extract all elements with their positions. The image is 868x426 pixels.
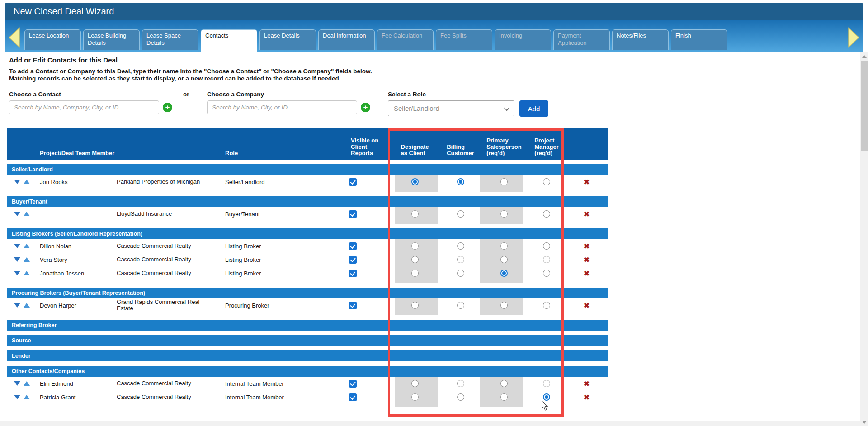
move-up-icon[interactable] bbox=[24, 303, 30, 308]
visible-checkbox[interactable] bbox=[349, 302, 357, 309]
move-down-icon[interactable] bbox=[14, 180, 20, 184]
tab-lease-location[interactable]: Lease Location bbox=[24, 29, 81, 50]
billing-radio[interactable] bbox=[457, 256, 464, 263]
move-down-icon[interactable] bbox=[14, 271, 20, 275]
tab-lease-space-details[interactable]: Lease Space Details bbox=[142, 29, 198, 50]
visible-checkbox[interactable] bbox=[349, 380, 357, 388]
designate-radio[interactable] bbox=[411, 270, 419, 277]
tab-notes-files[interactable]: Notes/Files bbox=[612, 29, 669, 50]
primary-radio[interactable] bbox=[500, 242, 508, 250]
tab-lease-building-details[interactable]: Lease Building Details bbox=[83, 29, 140, 50]
move-up-icon[interactable] bbox=[24, 381, 30, 386]
move-up-icon[interactable] bbox=[24, 180, 30, 184]
billing-radio[interactable] bbox=[457, 242, 464, 250]
delete-row-icon[interactable]: ✖ bbox=[584, 393, 590, 401]
manager-radio[interactable] bbox=[543, 210, 550, 218]
move-down-icon[interactable] bbox=[14, 395, 20, 399]
move-up-icon[interactable] bbox=[24, 395, 30, 399]
primary-radio[interactable] bbox=[500, 393, 508, 401]
primary-radio[interactable] bbox=[500, 302, 508, 309]
member-company: Cascade Commercial Realty bbox=[117, 270, 211, 276]
primary-radio[interactable] bbox=[500, 256, 508, 263]
manager-radio[interactable] bbox=[543, 380, 550, 387]
visible-checkbox[interactable] bbox=[349, 393, 357, 401]
contacts-table-body: Seller/Landlord Jon Rooks Parkland Prope… bbox=[7, 164, 608, 407]
tabs-next-arrow-icon[interactable] bbox=[848, 27, 860, 48]
add-contact-plus-icon[interactable]: + bbox=[163, 103, 172, 112]
visible-checkbox[interactable] bbox=[349, 210, 357, 218]
delete-row-icon[interactable]: ✖ bbox=[584, 242, 590, 250]
manager-radio[interactable] bbox=[543, 242, 550, 250]
manager-radio[interactable] bbox=[543, 256, 550, 263]
add-button[interactable]: Add bbox=[519, 100, 548, 117]
tabs-previous-arrow-icon[interactable] bbox=[8, 27, 20, 48]
delete-row-icon[interactable]: ✖ bbox=[584, 270, 590, 277]
move-down-icon[interactable] bbox=[14, 244, 20, 248]
billing-radio[interactable] bbox=[457, 270, 464, 277]
visible-checkbox[interactable] bbox=[349, 256, 357, 264]
move-up-icon[interactable] bbox=[24, 244, 30, 248]
delete-row-icon[interactable]: ✖ bbox=[584, 302, 590, 309]
table-row: Devon Harper Grand Rapids Commercial Rea… bbox=[7, 298, 608, 312]
delete-row-icon[interactable]: ✖ bbox=[584, 380, 590, 388]
primary-radio[interactable] bbox=[500, 178, 508, 185]
designate-radio[interactable] bbox=[411, 210, 419, 218]
primary-radio[interactable] bbox=[500, 380, 508, 387]
horizontal-scrollbar-track[interactable] bbox=[0, 421, 868, 426]
section-bar: Lender bbox=[7, 350, 608, 361]
role-select[interactable]: Seller/Landlord bbox=[388, 100, 514, 116]
tab-lease-details[interactable]: Lease Details bbox=[259, 29, 316, 50]
designate-radio[interactable] bbox=[411, 256, 419, 263]
header-manager: Project Manager (req'd) bbox=[534, 137, 558, 160]
visible-checkbox[interactable] bbox=[349, 178, 357, 186]
billing-radio[interactable] bbox=[457, 210, 464, 218]
move-down-icon[interactable] bbox=[14, 212, 20, 216]
table-row: LloydSadd Insurance Buyer/Tenant ✖ bbox=[7, 207, 608, 221]
primary-radio[interactable] bbox=[500, 210, 508, 218]
manager-radio[interactable] bbox=[543, 178, 550, 185]
designate-radio[interactable] bbox=[411, 380, 419, 387]
table-section: Procuring Brokers (Buyer/Tenant Represen… bbox=[7, 288, 608, 315]
move-up-icon[interactable] bbox=[24, 271, 30, 275]
scroll-up-button[interactable] bbox=[860, 52, 868, 60]
visible-checkbox[interactable] bbox=[349, 270, 357, 277]
vertical-scrollbar[interactable] bbox=[860, 52, 868, 426]
scrollbar-thumb[interactable] bbox=[861, 61, 868, 151]
company-search-input[interactable] bbox=[207, 100, 357, 114]
designate-radio[interactable] bbox=[411, 393, 419, 401]
delete-row-icon[interactable]: ✖ bbox=[584, 210, 590, 218]
tab-deal-information[interactable]: Deal Information bbox=[318, 29, 375, 50]
move-up-icon[interactable] bbox=[24, 212, 30, 216]
billing-radio[interactable] bbox=[457, 380, 464, 387]
section-title: Seller/Landlord bbox=[12, 166, 53, 173]
instructions-line-1: To add a Contact or Company to this Deal… bbox=[9, 68, 372, 75]
manager-radio[interactable] bbox=[543, 302, 550, 309]
billing-radio[interactable] bbox=[457, 302, 464, 309]
contact-search-input[interactable] bbox=[9, 100, 159, 114]
header-delete-spacer bbox=[565, 156, 608, 160]
section-title: Listing Brokers (Seller/Landlord Represe… bbox=[12, 231, 142, 237]
header-primary: Primary Salesperson (req'd) bbox=[486, 137, 521, 160]
member-name: Patricia Grant bbox=[40, 394, 117, 401]
tab-finish[interactable]: Finish bbox=[671, 29, 727, 50]
closed-deal-wizard: New Closed Deal Wizard Lease Location Le… bbox=[5, 3, 863, 52]
move-up-icon[interactable] bbox=[24, 257, 30, 262]
tab-contacts[interactable]: Contacts bbox=[201, 29, 257, 52]
delete-row-icon[interactable]: ✖ bbox=[584, 178, 590, 186]
designate-radio[interactable] bbox=[411, 178, 419, 185]
choose-company-label: Choose a Company bbox=[207, 91, 264, 98]
move-down-icon[interactable] bbox=[14, 381, 20, 386]
manager-radio[interactable] bbox=[543, 270, 550, 277]
add-company-plus-icon[interactable]: + bbox=[361, 103, 370, 112]
primary-radio[interactable] bbox=[500, 270, 508, 277]
billing-radio[interactable] bbox=[457, 393, 464, 401]
designate-radio[interactable] bbox=[411, 302, 419, 309]
scroll-down-button[interactable] bbox=[860, 418, 868, 426]
billing-radio[interactable] bbox=[457, 178, 464, 185]
delete-row-icon[interactable]: ✖ bbox=[584, 256, 590, 264]
manager-radio[interactable] bbox=[543, 393, 550, 401]
designate-radio[interactable] bbox=[411, 242, 419, 250]
move-down-icon[interactable] bbox=[14, 303, 20, 308]
move-down-icon[interactable] bbox=[14, 257, 20, 262]
visible-checkbox[interactable] bbox=[349, 242, 357, 250]
